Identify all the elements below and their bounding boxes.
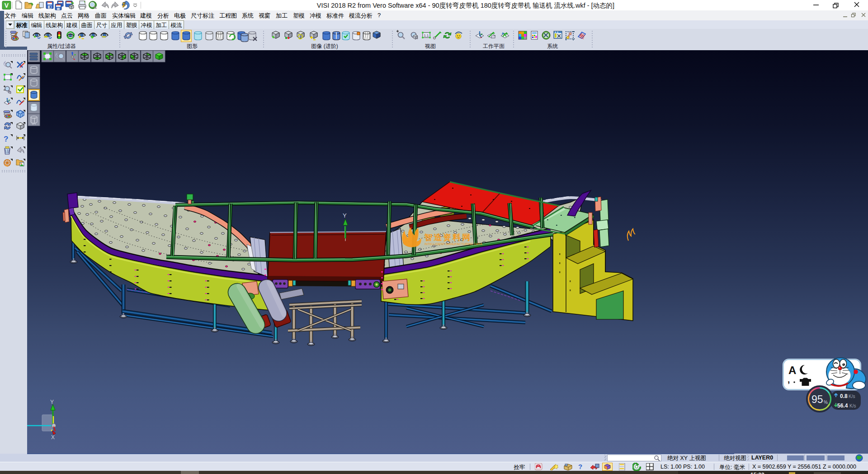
- svg-text:图像 (进阶): 图像 (进阶): [311, 43, 338, 49]
- svg-text:%: %: [824, 400, 828, 405]
- svg-text:K/s: K/s: [849, 403, 856, 408]
- svg-text:图形: 图形: [187, 43, 198, 49]
- svg-text:工作平面: 工作平面: [483, 43, 505, 49]
- svg-text:属性/过滤器: 属性/过滤器: [47, 43, 75, 49]
- svg-text:?: ?: [4, 135, 8, 143]
- svg-text:Y: Y: [343, 212, 347, 219]
- svg-text:A: A: [788, 364, 796, 376]
- svg-text:,: ,: [788, 375, 790, 384]
- svg-text:系统: 系统: [547, 43, 558, 49]
- svg-text:0.8: 0.8: [840, 393, 848, 399]
- svg-text:1:1: 1:1: [424, 33, 429, 38]
- svg-text:Y: Y: [50, 399, 54, 405]
- svg-text:K/s: K/s: [849, 394, 855, 399]
- svg-text:INTELLIGENT MANUFACTURING DATA: INTELLIGENT MANUFACTURING DATA: [425, 242, 482, 246]
- svg-text:视图: 视图: [425, 43, 436, 49]
- svg-text:56.4: 56.4: [837, 403, 848, 409]
- svg-text:智造资料网: 智造资料网: [424, 233, 472, 242]
- svg-text:V: V: [5, 2, 9, 9]
- svg-text:X: X: [51, 434, 55, 441]
- svg-text:95: 95: [811, 393, 823, 405]
